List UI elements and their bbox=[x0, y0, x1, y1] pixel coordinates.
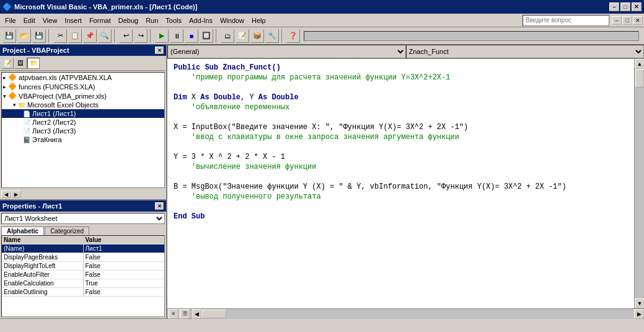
scrollbar-hthumb[interactable] bbox=[201, 310, 226, 318]
proj-toggle-folders[interactable]: 📁 bbox=[27, 58, 40, 69]
minimize-button[interactable]: – bbox=[609, 2, 619, 11]
props-row-enableautofilter[interactable]: EnableAutoFilter False bbox=[2, 271, 164, 279]
props-col-value: Value bbox=[84, 236, 165, 244]
toolbar-new[interactable]: 💾 bbox=[2, 29, 16, 43]
scrollbar-left-btn[interactable]: ◀ bbox=[192, 309, 201, 319]
menu-close-btn[interactable]: ✕ bbox=[633, 16, 643, 25]
menu-restore-btn[interactable]: □ bbox=[622, 16, 632, 25]
menu-debug[interactable]: Debug bbox=[115, 16, 142, 25]
scrollbar-up-btn[interactable]: ▲ bbox=[635, 59, 644, 69]
props-row-enableoutlining[interactable]: EnableOutlining False bbox=[2, 288, 164, 297]
tree-item-atpvbaen[interactable]: ▸ 🔶 atpvbaen.xls (ATPVBAEN.XLA bbox=[2, 73, 164, 82]
scrollbar-right-btn[interactable]: ▶ bbox=[634, 309, 644, 319]
maximize-button[interactable]: □ bbox=[620, 2, 630, 11]
menu-file[interactable]: File bbox=[1, 16, 20, 25]
toolbar-stop[interactable]: ■ bbox=[185, 29, 198, 43]
properties-panel-header: Properties - Лист1 ✕ bbox=[0, 200, 166, 212]
props-name-cell: DisplayPageBreaks bbox=[2, 253, 84, 261]
full-module-btn[interactable]: ☰ bbox=[180, 309, 190, 319]
menu-help[interactable]: Help bbox=[248, 16, 270, 25]
toolbar-cut[interactable]: ✂ bbox=[53, 29, 67, 43]
toolbar-sep5 bbox=[281, 29, 284, 43]
code-context-dropdown[interactable]: (General) bbox=[167, 45, 406, 58]
props-row-enablecalculation[interactable]: EnableCalculation True bbox=[2, 279, 164, 288]
code-editor[interactable]: Public Sub Znach_Funct() 'пример програм… bbox=[167, 59, 634, 308]
properties-panel-close[interactable]: ✕ bbox=[155, 202, 164, 210]
scroll-right[interactable]: ▶ bbox=[11, 191, 21, 198]
props-value-cell: False bbox=[84, 262, 165, 270]
toolbar-userform[interactable]: 🗂 bbox=[221, 29, 234, 43]
toolbar-copy[interactable]: 📋 bbox=[68, 29, 82, 43]
toolbar-find[interactable]: 🔍 bbox=[98, 29, 112, 43]
toolbar-sep4 bbox=[216, 29, 218, 43]
props-name-cell: EnableCalculation bbox=[2, 279, 84, 287]
properties-object-dropdown[interactable]: Лист1 Worksheet bbox=[1, 213, 165, 224]
properties-table[interactable]: Name Value (Name) Лист1 DisplayPageBreak… bbox=[1, 235, 165, 317]
menu-insert[interactable]: Insert bbox=[61, 16, 86, 25]
project-panel-close[interactable]: ✕ bbox=[155, 47, 164, 54]
help-area: – □ ✕ bbox=[523, 15, 643, 26]
tree-item-excel-objects[interactable]: ▾ 📁 Microsoft Excel Objects bbox=[2, 101, 164, 109]
status-bar bbox=[0, 318, 644, 332]
menu-view[interactable]: View bbox=[39, 16, 61, 25]
toolbar-class[interactable]: 📦 bbox=[250, 29, 264, 43]
main-toolbar: 💾 📂 💾 ✂ 📋 📌 🔍 ↩ ↪ ▶ ⏸ ■ 🔲 🗂 📝 📦 🔧 ❓ bbox=[0, 27, 644, 45]
toolbar-pause[interactable]: ⏸ bbox=[170, 29, 183, 43]
proj-view-code[interactable]: 📝 bbox=[1, 58, 14, 69]
code-line-blank1 bbox=[174, 83, 628, 92]
tree-item-sheet1[interactable]: 📄 Лист1 (Лист1) bbox=[2, 109, 164, 118]
code-proc-dropdown[interactable]: Znach_Funct bbox=[406, 45, 645, 58]
props-name-cell: (Name) bbox=[2, 245, 84, 253]
tree-label: funcres (FUNCRES.XLA) bbox=[19, 83, 95, 91]
window-controls[interactable]: – □ ✕ bbox=[609, 2, 642, 11]
menu-edit[interactable]: Edit bbox=[20, 16, 39, 25]
properties-tabs: Alphabetic Categorized bbox=[0, 225, 166, 235]
toolbar-paste[interactable]: 📌 bbox=[83, 29, 97, 43]
left-panel: Project - VBAProject ✕ 📝 🖼 📁 ▸ 🔶 atpvbae… bbox=[0, 45, 167, 318]
tree-item-vbaproject[interactable]: ▾ 🔶 VBAProject (VBA_primer.xls) bbox=[2, 91, 164, 101]
tab-categorized[interactable]: Categorized bbox=[45, 227, 89, 235]
tree-item-thisworkbook[interactable]: 📓 ЭтаКнига bbox=[2, 135, 164, 144]
scrollbar-thumb[interactable] bbox=[635, 69, 644, 87]
toolbar-save[interactable]: 💾 bbox=[32, 29, 46, 43]
toolbar-redo[interactable]: ↪ bbox=[134, 29, 148, 43]
close-button[interactable]: ✕ bbox=[632, 2, 642, 11]
toolbar-proc[interactable]: 🔧 bbox=[265, 29, 279, 43]
code-scrollbar-vertical[interactable]: ▲ ▼ bbox=[634, 59, 644, 308]
tab-alphabetic[interactable]: Alphabetic bbox=[1, 227, 44, 235]
toolbar-module[interactable]: 📝 bbox=[236, 29, 249, 43]
project-tree[interactable]: ▸ 🔶 atpvbaen.xls (ATPVBAEN.XLA ▸ 🔶 funcr… bbox=[1, 72, 165, 188]
toolbar-run[interactable]: ▶ bbox=[155, 29, 169, 43]
help-input[interactable] bbox=[523, 15, 609, 26]
menu-format[interactable]: Format bbox=[86, 16, 115, 25]
menu-window[interactable]: Window bbox=[216, 16, 248, 25]
toolbar-undo[interactable]: ↩ bbox=[119, 29, 133, 43]
tree-item-sheet2[interactable]: 📄 Лист2 (Лист2) bbox=[2, 118, 164, 127]
scrollbar-track[interactable] bbox=[635, 69, 644, 298]
menu-run[interactable]: Run bbox=[142, 16, 162, 25]
menu-addins[interactable]: Add-Ins bbox=[185, 16, 216, 25]
code-scrollbar-horizontal[interactable]: ◀ ▶ bbox=[192, 309, 644, 319]
toolbar-sep1 bbox=[48, 29, 51, 43]
scroll-left[interactable]: ◀ bbox=[1, 191, 11, 198]
tree-item-funcres[interactable]: ▸ 🔶 funcres (FUNCRES.XLA) bbox=[2, 82, 164, 91]
proc-view-btn[interactable]: ≡ bbox=[169, 309, 179, 319]
proj-view-object[interactable]: 🖼 bbox=[14, 58, 27, 69]
tree-label: ЭтаКнига bbox=[32, 136, 61, 143]
menu-min-btn[interactable]: – bbox=[612, 16, 622, 25]
scrollbar-htrack[interactable] bbox=[201, 309, 634, 319]
toolbar-design[interactable]: 🔲 bbox=[200, 29, 213, 43]
code-bottom-bar: ≡ ☰ ◀ ▶ bbox=[167, 308, 644, 318]
toolbar-help[interactable]: ❓ bbox=[286, 29, 300, 43]
tree-item-sheet3[interactable]: 📄 Лист3 (Лист3) bbox=[2, 127, 164, 135]
props-value-cell: False bbox=[84, 271, 165, 279]
toolbar-open[interactable]: 📂 bbox=[17, 29, 31, 43]
props-row-displayrighttoleft[interactable]: DisplayRightToLeft False bbox=[2, 262, 164, 271]
props-row-name[interactable]: (Name) Лист1 bbox=[2, 245, 164, 253]
scrollbar-down-btn[interactable]: ▼ bbox=[635, 298, 644, 308]
props-row-displaypagebreaks[interactable]: DisplayPageBreaks False bbox=[2, 253, 164, 262]
code-line-comment-input: 'ввод с клавиатуры в окне запроса значен… bbox=[174, 132, 628, 142]
title-bar: 🔷 Microsoft Visual Basic - VBA_primer.xl… bbox=[0, 0, 644, 14]
menu-tools[interactable]: Tools bbox=[162, 16, 185, 25]
props-header-row: Name Value bbox=[2, 236, 164, 245]
